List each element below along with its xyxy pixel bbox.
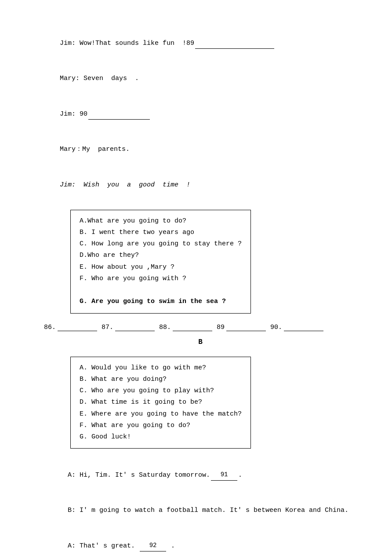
option-a-6: F. Who are you going with ? [80, 273, 242, 285]
option-b-1: A. Would you like to go with me? [80, 362, 242, 374]
label-90: 90. [270, 324, 282, 331]
section-b-title: B [44, 338, 357, 346]
answer-item-87: 87. [102, 323, 155, 331]
blank-86[interactable] [58, 323, 97, 331]
section-b: B A. Would you like to go with me? B. Wh… [44, 338, 357, 555]
option-a-7: G. Are you going to swim in the sea ? [80, 296, 242, 307]
label-88: 88. [159, 324, 171, 331]
blank-90b[interactable] [284, 323, 323, 331]
option-b-4: D. What time is it going to be? [80, 397, 242, 408]
answer-item-90: 90. [270, 323, 323, 331]
option-a-5: E. How about you ,Mary ? [80, 262, 242, 273]
speaker-mary-2: Mary：My parents. [60, 146, 130, 153]
speaker-jim-1: Jim: Wow!That sounds like fun !89 [60, 40, 194, 47]
option-a-spacer [80, 285, 242, 296]
blank-90a[interactable] [88, 119, 150, 120]
speaker-mary-1: Mary: Seven days . [60, 75, 139, 82]
dial-b-3: A: That' s great. 92 . [44, 529, 357, 555]
label-89: 89 [217, 324, 225, 331]
option-b-7: G. Good luck! [80, 431, 242, 443]
dialogue-jim-2: Jim: 90 [44, 97, 357, 131]
option-b-5: E. Where are you going to have the match… [80, 409, 242, 420]
label-87: 87. [102, 324, 113, 331]
option-a-3: C. How long are you going to stay there … [80, 238, 242, 250]
option-b-3: C. Who are you going to play with? [80, 385, 242, 397]
dialogue-mary-2: Mary：My parents. [44, 133, 357, 167]
option-a-2: B. I went there two years ago [80, 227, 242, 238]
blank-92[interactable]: 92 [140, 540, 166, 551]
dialogue-jim-3: Jim: Wish you a good time ! [44, 168, 357, 202]
blank-89b[interactable] [226, 323, 266, 331]
dialogue-jim-1: Jim: Wow!That sounds like fun !89 [44, 26, 357, 60]
label-86: 86. [44, 324, 56, 331]
blank-87[interactable] [115, 323, 155, 331]
answer-item-88: 88. [159, 323, 212, 331]
option-b-2: B. What are you doing? [80, 374, 242, 385]
answer-row-a: 86. 87. 88. 89 90. [44, 323, 357, 331]
answer-item-89: 89 [217, 323, 266, 331]
dialogue-section-b: A: Hi, Tim. It' s Saturday tomorrow.91. … [44, 458, 357, 555]
option-b-6: F. What are you going to do? [80, 420, 242, 431]
speaker-jim-3: Jim: Wish you a good time ! [60, 181, 190, 189]
options-box-a: A.What are you going to do? B. I went th… [70, 210, 251, 314]
speaker-jim-2: Jim: 90 [60, 110, 87, 118]
blank-88[interactable] [173, 323, 212, 331]
dial-b-1: A: Hi, Tim. It' s Saturday tomorrow.91. [44, 458, 357, 492]
blank-89[interactable] [195, 48, 274, 49]
dial-b-2: B: I' m going to watch a football match.… [44, 494, 357, 528]
option-a-4: D.Who are they? [80, 250, 242, 261]
section-a: Jim: Wow!That sounds like fun !89 Mary: … [44, 26, 357, 331]
options-box-b: A. Would you like to go with me? B. What… [70, 357, 251, 449]
answer-item-86: 86. [44, 323, 97, 331]
option-a-1: A.What are you going to do? [80, 215, 242, 227]
dialogue-mary-1: Mary: Seven days . [44, 62, 357, 96]
blank-91[interactable]: 91 [211, 470, 237, 481]
